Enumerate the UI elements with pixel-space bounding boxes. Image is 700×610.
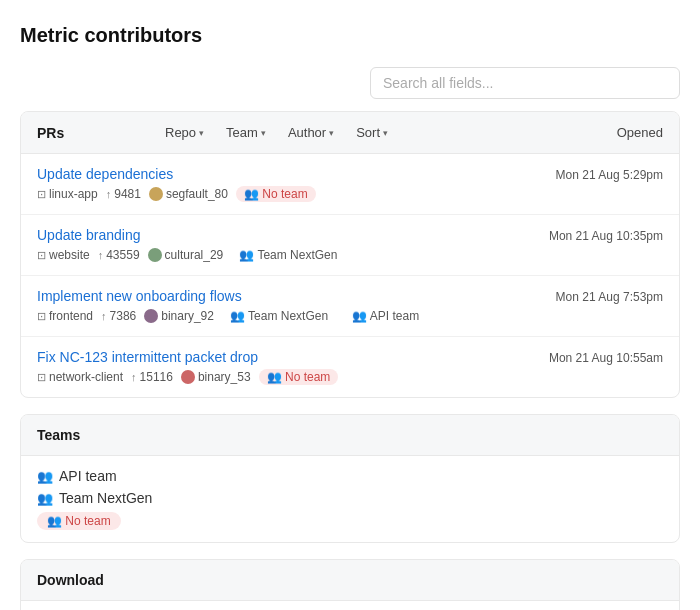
repo-chevron-icon: ▾ [199, 128, 204, 138]
no-team-badge: 👥 No team [37, 512, 121, 530]
repo-icon: ⊡ [37, 188, 46, 201]
download-section-header: Download [21, 560, 679, 601]
author-name: binary_92 [161, 309, 214, 323]
pr-number: 43559 [106, 248, 139, 262]
prs-header: PRs Repo ▾ Team ▾ Author ▾ Sort ▾ [21, 112, 679, 154]
team-badge: 👥 Team NextGen [231, 247, 345, 263]
author-meta: cultural_29 [148, 248, 224, 262]
download-section-body: Get CSV download link [21, 601, 679, 610]
pr-date: Mon 21 Aug 10:55am [549, 349, 663, 365]
pr-title-link[interactable]: Update dependencies [37, 166, 540, 182]
teams-section-header: Teams [21, 415, 679, 456]
download-section: Download Get CSV download link [20, 559, 680, 610]
author-filter-button[interactable]: Author ▾ [280, 122, 342, 143]
pr-number: 9481 [114, 187, 141, 201]
teams-section: Teams 👥 API team 👥 Team NextGen 👥 No tea… [20, 414, 680, 543]
sort-filter-label: Sort [356, 125, 380, 140]
author-name: binary_53 [198, 370, 251, 384]
teams-section-body: 👥 API team 👥 Team NextGen 👥 No team [21, 456, 679, 542]
repo-meta: ⊡ network-client [37, 370, 123, 384]
pr-number-meta: ↑ 43559 [98, 248, 140, 262]
header-filters: Repo ▾ Team ▾ Author ▾ Sort ▾ [157, 122, 617, 143]
author-meta: binary_92 [144, 309, 214, 323]
avatar [144, 309, 158, 323]
author-name: segfault_80 [166, 187, 228, 201]
avatar [149, 187, 163, 201]
pr-icon: ↑ [101, 310, 107, 322]
pr-date: Mon 21 Aug 7:53pm [556, 288, 663, 304]
author-meta: binary_53 [181, 370, 251, 384]
pr-icon: ↑ [131, 371, 137, 383]
pr-number: 15116 [140, 370, 173, 384]
pr-rows-container: Update dependencies ⊡ linux-app ↑ 9481 s… [21, 154, 679, 397]
pr-left: Fix NC-123 intermittent packet drop ⊡ ne… [37, 349, 533, 385]
author-meta: segfault_80 [149, 187, 228, 201]
pr-number-meta: ↑ 9481 [106, 187, 141, 201]
repo-filter-label: Repo [165, 125, 196, 140]
search-input[interactable] [370, 67, 680, 99]
team-icon: 👥 [37, 469, 53, 484]
list-item: 👥 API team [37, 468, 663, 484]
search-container [20, 67, 680, 99]
pr-icon: ↑ [106, 188, 112, 200]
team-badge: 👥 API team [344, 308, 427, 324]
prs-section: PRs Repo ▾ Team ▾ Author ▾ Sort ▾ [20, 111, 680, 398]
repo-icon: ⊡ [37, 310, 46, 323]
repo-meta: ⊡ linux-app [37, 187, 98, 201]
team-name: API team [59, 468, 117, 484]
team-icon: 👥 [37, 491, 53, 506]
pr-title-link[interactable]: Update branding [37, 227, 533, 243]
pr-date: Mon 21 Aug 10:35pm [549, 227, 663, 243]
avatar [148, 248, 162, 262]
pr-icon: ↑ [98, 249, 104, 261]
table-row: Fix NC-123 intermittent packet drop ⊡ ne… [21, 337, 679, 397]
avatar [181, 370, 195, 384]
team-filter-label: Team [226, 125, 258, 140]
pr-meta: ⊡ network-client ↑ 15116 binary_53 👥 No … [37, 369, 533, 385]
pr-title-link[interactable]: Implement new onboarding flows [37, 288, 540, 304]
sort-filter-button[interactable]: Sort ▾ [348, 122, 396, 143]
pr-left: Implement new onboarding flows ⊡ fronten… [37, 288, 540, 324]
pr-meta: ⊡ frontend ↑ 7386 binary_92 👥 Team NextG… [37, 308, 540, 324]
repo-filter-button[interactable]: Repo ▾ [157, 122, 212, 143]
page-title: Metric contributors [20, 24, 680, 47]
table-row: Update dependencies ⊡ linux-app ↑ 9481 s… [21, 154, 679, 215]
pr-title-link[interactable]: Fix NC-123 intermittent packet drop [37, 349, 533, 365]
page-container: Metric contributors PRs Repo ▾ Team ▾ Au… [0, 0, 700, 610]
pr-number-meta: ↑ 15116 [131, 370, 173, 384]
sort-chevron-icon: ▾ [383, 128, 388, 138]
pr-date: Mon 21 Aug 5:29pm [556, 166, 663, 182]
team-name: Team NextGen [59, 490, 152, 506]
repo-icon: ⊡ [37, 371, 46, 384]
repo-name: linux-app [49, 187, 98, 201]
team-chevron-icon: ▾ [261, 128, 266, 138]
pr-meta: ⊡ linux-app ↑ 9481 segfault_80 👥 No team [37, 186, 540, 202]
list-item: 👥 Team NextGen [37, 490, 663, 506]
repo-icon: ⊡ [37, 249, 46, 262]
pr-left: Update dependencies ⊡ linux-app ↑ 9481 s… [37, 166, 540, 202]
repo-name: website [49, 248, 90, 262]
repo-name: network-client [49, 370, 123, 384]
pr-meta: ⊡ website ↑ 43559 cultural_29 👥 Team Nex… [37, 247, 533, 263]
team-badge: 👥 Team NextGen [222, 308, 336, 324]
opened-header: Opened [617, 125, 663, 140]
pr-left: Update branding ⊡ website ↑ 43559 cultur… [37, 227, 533, 263]
prs-label: PRs [37, 125, 157, 141]
table-row: Update branding ⊡ website ↑ 43559 cultur… [21, 215, 679, 276]
author-filter-label: Author [288, 125, 326, 140]
pr-number-meta: ↑ 7386 [101, 309, 136, 323]
team-badge: 👥 No team [236, 186, 316, 202]
repo-meta: ⊡ website [37, 248, 90, 262]
repo-meta: ⊡ frontend [37, 309, 93, 323]
author-chevron-icon: ▾ [329, 128, 334, 138]
table-row: Implement new onboarding flows ⊡ fronten… [21, 276, 679, 337]
author-name: cultural_29 [165, 248, 224, 262]
team-filter-button[interactable]: Team ▾ [218, 122, 274, 143]
list-item: 👥 No team [37, 512, 663, 530]
repo-name: frontend [49, 309, 93, 323]
pr-number: 7386 [110, 309, 137, 323]
team-badge: 👥 No team [259, 369, 339, 385]
